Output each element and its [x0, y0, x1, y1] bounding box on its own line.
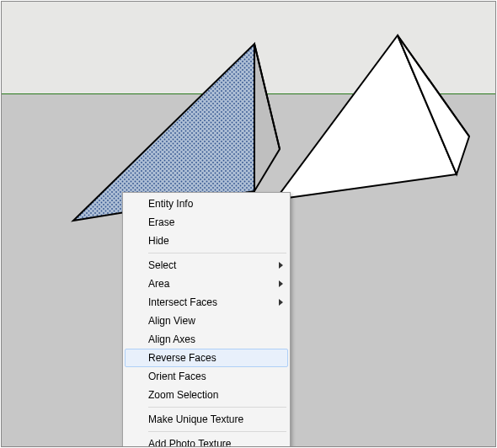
right-wedge-front-face[interactable] — [275, 35, 457, 200]
menu-label: Intersect Faces — [148, 296, 217, 308]
menu-label: Orient Faces — [148, 371, 206, 382]
menu-item-reverse-faces[interactable]: Reverse Faces — [125, 349, 288, 367]
menu-label: Add Photo Texture — [148, 438, 232, 447]
context-menu[interactable]: Entity Info Erase Hide Select Area Inter… — [122, 192, 291, 447]
menu-label: Make Unique Texture — [148, 413, 243, 425]
chevron-right-icon — [279, 262, 283, 269]
menu-label: Hide — [148, 235, 169, 247]
modeling-viewport[interactable]: Entity Info Erase Hide Select Area Inter… — [1, 1, 496, 447]
menu-label: Entity Info — [148, 198, 193, 210]
menu-separator — [148, 431, 286, 432]
menu-label: Erase — [148, 216, 174, 228]
menu-label: Zoom Selection — [148, 389, 218, 401]
chevron-right-icon — [279, 280, 283, 287]
menu-separator — [148, 407, 286, 408]
menu-item-orient-faces[interactable]: Orient Faces — [125, 367, 288, 386]
menu-item-zoom-selection[interactable]: Zoom Selection — [125, 386, 288, 404]
menu-label: Align View — [148, 315, 195, 327]
menu-item-align-view[interactable]: Align View — [125, 312, 288, 330]
menu-label: Reverse Faces — [148, 352, 216, 364]
menu-separator — [148, 253, 286, 253]
left-wedge-side-face[interactable] — [254, 44, 280, 191]
menu-label: Select — [148, 259, 176, 271]
menu-item-intersect-faces[interactable]: Intersect Faces — [125, 293, 288, 312]
menu-item-hide[interactable]: Hide — [125, 232, 288, 250]
menu-item-select[interactable]: Select — [125, 256, 288, 275]
chevron-right-icon — [279, 299, 283, 306]
menu-item-make-unique-texture[interactable]: Make Unique Texture — [125, 410, 288, 429]
menu-item-add-photo-texture[interactable]: Add Photo Texture — [125, 435, 288, 447]
menu-label: Align Axes — [148, 333, 195, 345]
menu-item-align-axes[interactable]: Align Axes — [125, 330, 288, 349]
menu-item-erase[interactable]: Erase — [125, 213, 288, 232]
menu-item-entity-info[interactable]: Entity Info — [125, 195, 288, 213]
menu-item-area[interactable]: Area — [125, 275, 288, 293]
menu-label: Area — [148, 278, 169, 290]
